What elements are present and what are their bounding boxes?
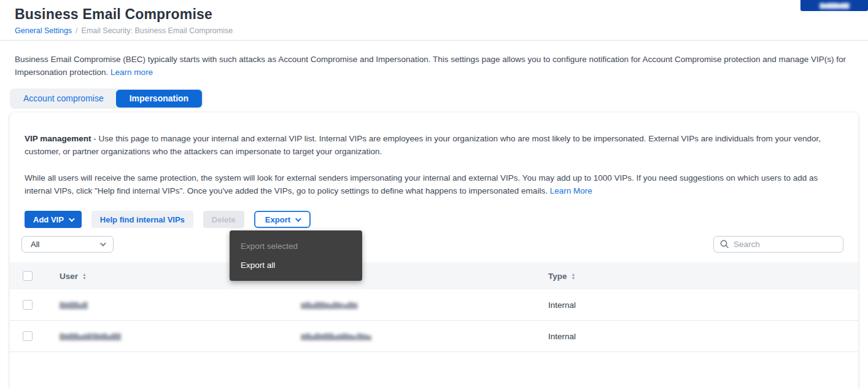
- learn-more-link[interactable]: Learn more: [110, 68, 153, 77]
- search-box[interactable]: [713, 236, 843, 253]
- vip-table: User ▲▼ Type ▲▼ ▇▆▇▇▅▇ ▆▇▅▇▇▆▅▇▆ ▅▇▆ Int…: [10, 262, 858, 352]
- breadcrumb-separator: /: [76, 26, 77, 35]
- learn-more-link-2[interactable]: Learn More: [550, 186, 592, 195]
- vip-heading: VIP management: [25, 134, 91, 143]
- sort-icon: ▲▼: [572, 273, 576, 280]
- toolbar: Add VIP Help find internal VIPs Delete E…: [10, 211, 858, 228]
- breadcrumb: General Settings/Email Security: Busines…: [15, 26, 853, 35]
- select-all-checkbox[interactable]: [23, 271, 33, 281]
- type-filter-select[interactable]: All: [21, 236, 114, 253]
- add-vip-button[interactable]: Add VIP: [25, 211, 82, 228]
- page-header: Business Email Compromise General Settin…: [0, 0, 868, 41]
- table-row: ▇▆▇▇▅▇ ▆▇▅▇▇▆▅▇▆ ▅▇▆ Internal: [10, 289, 858, 321]
- vip-paragraph-2-text: While all users will receive the same pr…: [25, 173, 818, 195]
- chevron-down-icon: [295, 216, 301, 222]
- tab-account-compromise[interactable]: Account compromise: [11, 90, 116, 108]
- row-checkbox-cell: [10, 331, 60, 341]
- redacted-button-label: ▇▆▇▇▇▆▇▇: [820, 2, 848, 9]
- user-name-redacted: ▇▆▇▇▅▆▇ ▇▆▇▅▇▇: [60, 332, 301, 340]
- header-checkbox-cell: [10, 271, 60, 281]
- vip-management-description: VIP management - Use this page to manage…: [10, 132, 858, 197]
- tab-impersonation[interactable]: Impersonation: [116, 90, 202, 108]
- search-icon: [720, 240, 729, 248]
- vip-paragraph-1: VIP management - Use this page to manage…: [25, 132, 841, 158]
- vip-paragraph-2: While all users will receive the same pr…: [25, 171, 841, 197]
- row-checkbox[interactable]: [23, 331, 33, 341]
- export-button[interactable]: Export: [254, 211, 311, 228]
- type-filter-value: All: [31, 240, 39, 249]
- search-input[interactable]: [734, 240, 832, 249]
- breadcrumb-link-general-settings[interactable]: General Settings: [15, 26, 72, 35]
- table-row: ▇▆▇▇▅▆▇ ▇▆▇▅▇▇ ▆▇▅▇▆▇▇▅▆▇▆▅ ▇▆▅ Internal: [10, 321, 858, 352]
- user-type: Internal: [548, 301, 858, 310]
- menu-item-export-selected: Export selected: [230, 237, 362, 256]
- vip-paragraph-1-text: - Use this page to manage your internal …: [25, 134, 821, 156]
- tab-bar: Account compromise Impersonation: [10, 88, 203, 109]
- column-header-type-label: Type: [548, 272, 567, 281]
- row-checkbox-cell: [10, 300, 60, 310]
- user-email-redacted: ▆▇▅▇▆▇▇▅▆▇▆▅ ▇▆▅: [301, 332, 548, 340]
- top-right-action-button[interactable]: ▇▆▇▇▇▆▇▇: [800, 0, 868, 11]
- export-label: Export: [265, 215, 290, 224]
- sort-icon: ▲▼: [82, 273, 87, 280]
- column-header-type[interactable]: Type ▲▼: [548, 272, 858, 281]
- chevron-down-icon: [69, 216, 75, 222]
- breadcrumb-current: Email Security: Business Email Compromis…: [82, 26, 233, 35]
- table-header-row: User ▲▼ Type ▲▼: [10, 262, 858, 289]
- delete-button: Delete: [203, 211, 244, 228]
- delete-label: Delete: [212, 215, 236, 224]
- user-email-redacted: ▆▇▅▇▇▆▅▇▆ ▅▇▆: [301, 301, 548, 309]
- help-find-label: Help find internal VIPs: [100, 215, 185, 224]
- column-header-user-label: User: [60, 272, 78, 281]
- page-title: Business Email Compromise: [15, 6, 853, 23]
- user-type: Internal: [548, 332, 858, 341]
- user-name-redacted: ▇▆▇▇▅▇: [60, 301, 301, 309]
- intro-description: Business Email Compromise (BEC) typicall…: [0, 41, 868, 79]
- row-checkbox[interactable]: [23, 300, 33, 310]
- help-find-internal-vips-button[interactable]: Help find internal VIPs: [91, 211, 193, 228]
- filter-row: All: [10, 235, 858, 253]
- impersonation-panel: VIP management - Use this page to manage…: [10, 112, 858, 389]
- add-vip-label: Add VIP: [33, 215, 64, 224]
- chevron-down-icon: [100, 240, 106, 246]
- export-dropdown-menu: Export selected Export all: [230, 230, 362, 281]
- menu-item-export-all[interactable]: Export all: [230, 256, 362, 275]
